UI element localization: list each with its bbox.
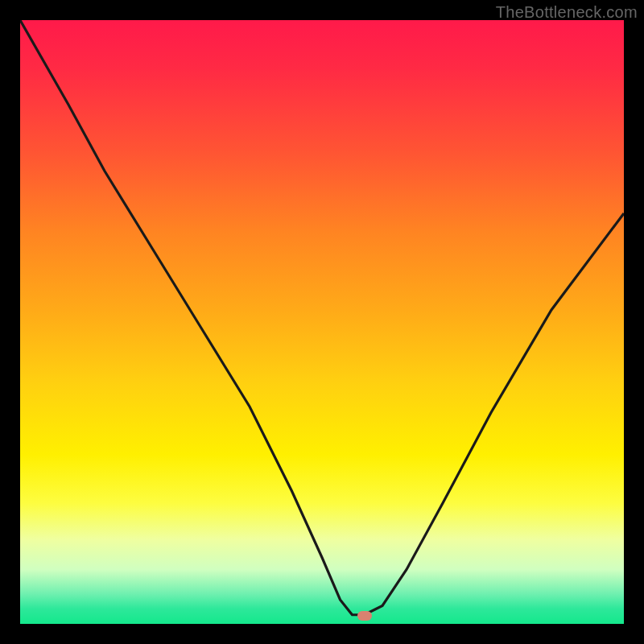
chart-plot-area (20, 20, 624, 624)
bottleneck-curve (20, 20, 624, 615)
chart-curve-svg (20, 20, 624, 624)
watermark-text: TheBottleneck.com (496, 3, 638, 22)
optimal-marker-dot (357, 611, 372, 621)
